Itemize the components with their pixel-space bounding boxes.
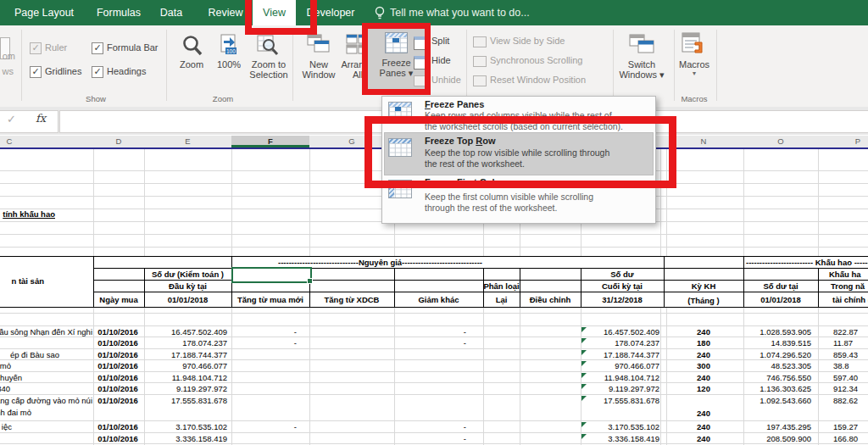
column-header-N[interactable]: N <box>701 136 707 147</box>
fx-icon[interactable]: fx <box>36 112 46 125</box>
cell-depreciation-months[interactable]: 120 <box>664 384 743 393</box>
enter-check-icon[interactable]: ✓ <box>7 113 16 125</box>
header-closing-date[interactable]: 31/12/2018 <box>581 295 664 304</box>
cell-depreciation-in-year[interactable]: 822.87 <box>833 327 858 337</box>
cell-depreciation-in-year[interactable]: 597.40 <box>833 373 858 382</box>
header-opening-date[interactable]: 01/01/2018 <box>144 295 231 304</box>
cell-depreciation-months[interactable]: 240 <box>664 409 743 418</box>
zoom-to-selection-button[interactable]: Zoom to Selection <box>244 59 293 80</box>
view-side-by-side-button[interactable]: View Side by Side <box>490 36 565 46</box>
column-header-C[interactable]: C <box>7 136 13 147</box>
cell-dash-other-decrease[interactable]: - <box>407 327 466 337</box>
cell-opening-balance[interactable]: 178.074.237 <box>147 338 227 348</box>
cell-closing-balance[interactable]: 16.457.502.409 <box>583 327 659 337</box>
cell-purchase-date[interactable]: 01/10/2016 <box>93 373 142 382</box>
cell-depreciation-months[interactable]: 240 <box>664 350 743 359</box>
cell-opening-balance[interactable]: 3.336.158.419 <box>147 434 227 443</box>
header-asset-name[interactable]: n tài sản <box>11 276 44 286</box>
active-cell-selection[interactable] <box>231 267 312 283</box>
cell-closing-balance[interactable]: 178.074.237 <box>583 338 659 348</box>
cell-dash-other-decrease[interactable]: - <box>407 434 466 443</box>
cell-kh-opening-balance[interactable]: 197.435.295 <box>745 422 811 431</box>
selection-fill-handle[interactable] <box>307 278 313 284</box>
cell-kh-opening-balance[interactable]: 14.839.515 <box>745 338 811 348</box>
column-header-F[interactable]: F <box>268 136 273 147</box>
cell-opening-balance[interactable]: 17.188.744.377 <box>147 350 227 359</box>
tab-review[interactable]: Review <box>203 0 248 25</box>
macros-button[interactable]: Macros ▾ <box>670 59 719 77</box>
header-trong-nam-frag[interactable]: Trong nă <box>831 281 865 291</box>
header-giam-khac[interactable]: Giảm khác <box>394 295 483 304</box>
split-button[interactable]: Split <box>431 36 449 46</box>
column-header-G[interactable]: G <box>348 136 354 147</box>
cell-dash-other-decrease[interactable]: - <box>407 422 466 431</box>
hide-button[interactable]: Hide <box>431 55 451 65</box>
header-dau-ky-tai[interactable]: Đầu kỳ tại <box>144 281 231 291</box>
switch-windows-button[interactable]: Switch Windows ▾ <box>616 59 667 81</box>
header-nguyen-gia[interactable]: ------------------------------Nguyên giá… <box>278 258 469 267</box>
column-header-E[interactable]: E <box>185 136 190 147</box>
cell-depreciation-in-year[interactable]: 912.34 <box>833 384 858 393</box>
cell-depreciation-months[interactable]: 300 <box>664 361 743 370</box>
cell-asset-name[interactable]: 840 <box>0 384 10 393</box>
cell-dash-new-purchase[interactable]: - <box>237 338 297 348</box>
header-lai[interactable]: Lại <box>483 295 520 304</box>
column-header-O[interactable]: O <box>777 136 783 147</box>
cell-purchase-date[interactable]: 01/10/2016 <box>93 361 142 370</box>
header-so-du-tai[interactable]: Số dư tại <box>743 281 818 291</box>
cell-depreciation-months[interactable]: 180 <box>664 338 743 348</box>
ruler-checkbox[interactable]: ✓ <box>30 42 42 54</box>
cell-depreciation-in-year[interactable]: 166.80 <box>833 434 858 443</box>
gridlines-checkbox[interactable]: ✓ <box>30 66 42 78</box>
cell-asset-name-line2[interactable]: nh đai mỏ <box>0 408 31 417</box>
cell-asset-name[interactable]: ép đi Bàu sao <box>10 350 59 359</box>
cell-purchase-date[interactable]: 01/10/2016 <box>93 422 142 431</box>
synchronous-scrolling-button[interactable]: Synchronous Scrolling <box>490 55 582 65</box>
header-ngay-mua[interactable]: Ngày mua <box>93 295 144 304</box>
cell-closing-balance[interactable]: 9.119.297.972 <box>583 384 659 393</box>
cell-asset-name[interactable]: mỏ <box>0 361 11 370</box>
tab-page-layout[interactable]: Page Layout <box>12 0 76 25</box>
sheet-note-text[interactable]: tính khấu hao <box>3 209 55 219</box>
cell-dash-new-purchase[interactable]: - <box>237 422 297 431</box>
header-kh-opening-date[interactable]: 01/01/2018 <box>743 295 818 304</box>
cell-purchase-date[interactable]: 01/10/2016 <box>93 327 142 337</box>
header-so-du-kiem-toan[interactable]: Số dư (Kiểm toán ) <box>144 270 231 279</box>
reset-window-position-button[interactable]: Reset Window Position <box>490 75 586 85</box>
cell-purchase-date[interactable]: 01/10/2016 <box>93 338 142 348</box>
cell-depreciation-in-year[interactable]: 882.62 <box>833 396 858 405</box>
header-dieu-chinh[interactable]: Điều chỉnh <box>520 295 581 304</box>
cell-depreciation-months[interactable]: 240 <box>664 422 743 431</box>
tab-data[interactable]: Data <box>154 0 188 25</box>
cell-closing-balance[interactable]: 3.170.535.102 <box>583 422 659 431</box>
cell-kh-opening-balance[interactable]: 208.509.900 <box>745 434 811 443</box>
cell-dash-new-purchase[interactable]: - <box>237 327 297 337</box>
cell-dash-other-decrease[interactable]: - <box>407 338 466 348</box>
cell-kh-opening-balance[interactable]: 1.136.303.625 <box>745 384 811 393</box>
menu-item-freeze-panes[interactable]: Freeze Panes <box>425 99 484 109</box>
header-phan-loai[interactable]: Phân loại <box>483 281 520 291</box>
cell-purchase-date[interactable]: 01/10/2016 <box>93 434 142 443</box>
cell-depreciation-in-year[interactable]: 859.43 <box>833 350 858 359</box>
cell-asset-name[interactable]: chuyến <box>0 373 22 382</box>
cell-depreciation-months[interactable]: 240 <box>664 373 743 382</box>
header-tai-chinh-frag[interactable]: tài chính ( <box>832 295 868 304</box>
cell-kh-opening-balance[interactable]: 1.074.296.520 <box>745 350 811 359</box>
cell-closing-balance[interactable]: 3.336.158.419 <box>583 434 659 443</box>
cell-kh-opening-balance[interactable]: 746.756.550 <box>745 373 811 382</box>
header-ky-kh[interactable]: Kỳ KH <box>664 281 743 291</box>
cell-depreciation-in-year[interactable]: 159.27 <box>833 422 858 431</box>
cell-asset-name[interactable]: cầu sông Nhạn đến Xí nghi <box>0 327 92 337</box>
cell-kh-opening-balance[interactable]: 48.523.305 <box>745 361 811 370</box>
formula-bar-checkbox[interactable]: ✓ <box>92 42 103 54</box>
cell-asset-name[interactable]: iệc <box>2 422 12 431</box>
cell-depreciation-in-year[interactable]: 11.87 <box>833 338 853 348</box>
cell-kh-opening-balance[interactable]: 1.028.593.905 <box>745 327 811 337</box>
header-thang[interactable]: (Tháng ) <box>664 296 743 305</box>
cell-opening-balance[interactable]: 3.170.535.102 <box>147 422 227 431</box>
cell-opening-balance[interactable]: 970.466.077 <box>147 361 227 370</box>
headings-checkbox[interactable]: ✓ <box>92 66 103 78</box>
header-khau-hao-frag[interactable]: Khấu ha <box>829 270 860 279</box>
cell-depreciation-months[interactable]: 240 <box>664 327 743 337</box>
header-tang-tu-mua-moi[interactable]: Tăng từ mua mới <box>231 295 309 304</box>
